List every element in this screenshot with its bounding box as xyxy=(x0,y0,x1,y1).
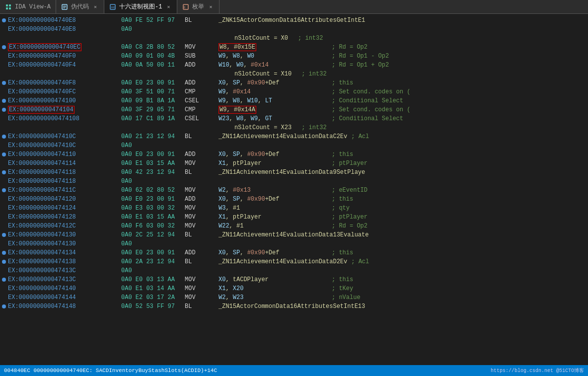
address: EX:00000000004740E8 xyxy=(8,17,117,24)
tab-hexview-close[interactable]: ✕ xyxy=(165,3,172,10)
bytes: 0A0 xyxy=(121,240,181,247)
table-row[interactable]: EX:000000000004741080A0 17 C1 89 1ACSELW… xyxy=(0,114,588,123)
operands: W9, W8, W0 xyxy=(219,53,328,60)
table-row[interactable]: EX:000000000047411C0A0 62 02 80 52MOVW2,… xyxy=(0,186,588,195)
table-row[interactable]: EX:000000000047410C0A0 xyxy=(0,141,588,150)
line-dot xyxy=(2,108,6,112)
mnemonic: BL xyxy=(185,133,215,140)
tab-ida-view[interactable]: IDA View-A xyxy=(0,0,56,13)
bytes: 0A0 E3 03 00 32 xyxy=(121,205,181,212)
comment: ; Rd = Op1 - Op2 xyxy=(332,53,389,60)
bytes: 0A0 E1 03 15 AA xyxy=(121,160,181,167)
tab-pseudocode[interactable]: 伪代码 ✕ xyxy=(56,0,104,13)
line-dot xyxy=(2,224,6,228)
table-row[interactable]: EX:000000000047410C0A0 21 23 12 94BL_ZN1… xyxy=(0,132,588,141)
comment: ; this xyxy=(332,79,353,86)
table-row[interactable]: EX:00000000004740F40A0 0A 50 00 11ADDW10… xyxy=(0,61,588,70)
table-icon xyxy=(5,3,12,10)
line-dot xyxy=(2,170,6,174)
table-row[interactable]: EX:00000000004740FC0A0 3F 51 00 71CMPW9,… xyxy=(0,87,588,96)
table-row[interactable]: EX:00000000004741280A0 E1 03 15 AAMOVX1,… xyxy=(0,213,588,222)
table-row[interactable]: EX:00000000004741480A0 52 53 FF 97BL_ZN1… xyxy=(0,302,588,311)
bytes: 0A0 xyxy=(121,142,181,149)
table-row[interactable]: EX:00000000004741380A0 2A 23 12 94BL_ZN1… xyxy=(0,257,588,266)
operands: _ZN11Achievement14EvaluationData9SetPlay… xyxy=(219,169,365,176)
comment: ; Set cond. codes on ( xyxy=(332,88,410,95)
mnemonic: CSEL xyxy=(185,97,215,104)
enum-icon: E xyxy=(182,3,189,10)
table-row[interactable]: EX:00000000004741000A0 09 B1 8A 1ACSELW9… xyxy=(0,96,588,105)
bytes: 0A0 E0 03 13 AA xyxy=(121,276,181,283)
line-dot xyxy=(2,188,6,192)
bytes: 0A0 E2 03 17 2A xyxy=(121,294,181,301)
table-row[interactable]: EX:00000000004741180A0 42 23 12 94BL_ZN1… xyxy=(0,168,588,177)
bytes: 0A0 xyxy=(121,26,181,33)
table-row[interactable]: EX:00000000004740E80A0 FE 52 FF 97BL_ZNK… xyxy=(0,16,588,25)
line-dot xyxy=(2,90,6,94)
comment: ; Acl xyxy=(351,133,369,140)
bytes: 0A0 xyxy=(121,267,181,274)
label-line: nSlotCount = X0; int32 xyxy=(0,34,588,43)
operands: W2, W23 xyxy=(219,294,328,301)
tab-enum[interactable]: E 枚举 ✕ xyxy=(177,0,220,13)
tab-enum-close[interactable]: ✕ xyxy=(207,3,214,10)
address: EX:0000000000474118 xyxy=(8,169,117,176)
bytes: 0A0 62 02 80 52 xyxy=(121,187,181,194)
svg-rect-3 xyxy=(9,7,11,9)
tab-pseudocode-close[interactable]: ✕ xyxy=(92,3,99,10)
tab-hexview[interactable]: HX 十六进制视图-1 ✕ xyxy=(104,0,177,13)
operands: W8, #0x15E xyxy=(219,43,328,51)
operands: X0, tACDPlayer xyxy=(219,276,328,283)
table-row[interactable]: EX:00000000004741340A0 E0 23 00 91ADDX0,… xyxy=(0,248,588,257)
table-row[interactable]: EX:00000000004740E80A0 xyxy=(0,25,588,34)
comment: ; this xyxy=(332,249,353,256)
table-row[interactable]: EX:000000000004740EC0A0 C8 2B 80 52MOVW8… xyxy=(0,43,588,52)
table-row[interactable]: EX:00000000004741100A0 E0 23 00 91ADDX0,… xyxy=(0,150,588,159)
mnemonic: CSEL xyxy=(185,115,215,122)
table-row[interactable]: EX:00000000004741400A0 E1 03 14 AAMOVX1,… xyxy=(0,284,588,293)
comment: ; Set cond. codes on ( xyxy=(332,106,410,113)
comment: ; tKey xyxy=(332,285,353,292)
operands: _ZNK15ActorCommonData16AttributesGetIntE… xyxy=(219,17,365,24)
line-dot xyxy=(2,296,6,300)
mnemonic: MOV xyxy=(185,223,215,229)
line-dot xyxy=(2,45,6,49)
mnemonic: ADD xyxy=(185,196,215,203)
comment: ; Rd = Op2 xyxy=(332,223,368,229)
bytes: 0A0 E1 03 15 AA xyxy=(121,214,181,221)
table-row[interactable]: EX:000000000047413C0A0 E0 03 13 AAMOVX0,… xyxy=(0,275,588,284)
bytes: 0A0 xyxy=(121,178,181,185)
comment: ; Conditional Select xyxy=(332,97,403,104)
comment: ; ptPlayer xyxy=(332,214,368,221)
table-row[interactable]: EX:0000000004741040A0 3F 29 05 71CMPW9, … xyxy=(0,105,588,114)
table-row[interactable]: EX:00000000004741300A0 2C 25 12 94BL_ZN1… xyxy=(0,230,588,239)
address: EX:00000000000474108 xyxy=(8,115,117,122)
address: EX:0000000000474118 xyxy=(8,178,117,185)
address: EX:000000000047410C xyxy=(8,133,117,140)
address: EX:000000000004740EC xyxy=(8,43,117,51)
operands: X0, SP, #0x90+Def xyxy=(219,79,328,86)
line-dot xyxy=(2,117,6,121)
address: EX:0000000000474110 xyxy=(8,151,117,158)
table-row[interactable]: EX:00000000004741440A0 E2 03 17 2AMOVW2,… xyxy=(0,293,588,302)
svg-rect-1 xyxy=(9,4,11,6)
bytes: 0A0 E0 23 00 91 xyxy=(121,249,181,256)
address: EX:0000000000474138 xyxy=(8,258,117,265)
line-dot xyxy=(2,251,6,255)
table-row[interactable]: EX:00000000004741140A0 E1 03 15 AAMOVX1,… xyxy=(0,159,588,168)
table-row[interactable]: EX:00000000004741200A0 E0 23 00 91ADDX0,… xyxy=(0,195,588,204)
line-dot xyxy=(2,233,6,237)
table-row[interactable]: EX:00000000004741300A0 xyxy=(0,239,588,248)
address: EX:0000000000474130 xyxy=(8,240,117,247)
table-row[interactable]: EX:000000000047412C0A0 F6 03 00 32MOVW22… xyxy=(0,222,588,230)
table-row[interactable]: EX:00000000004740F80A0 E0 23 00 91ADDX0,… xyxy=(0,78,588,87)
mnemonic: MOV xyxy=(185,187,215,194)
table-row[interactable]: EX:000000000047413C0A0 xyxy=(0,266,588,275)
line-dot xyxy=(2,99,6,103)
table-row[interactable]: EX:00000000004741180A0 xyxy=(0,177,588,186)
mnemonic: MOV xyxy=(185,160,215,167)
address: EX:000000000474104 xyxy=(8,106,117,114)
table-row[interactable]: EX:00000000004741240A0 E3 03 00 32MOVW3,… xyxy=(0,204,588,213)
table-row[interactable]: EX:00000000004740F00A0 09 01 00 4BSUBW9,… xyxy=(0,52,588,61)
line-dot xyxy=(2,63,6,67)
